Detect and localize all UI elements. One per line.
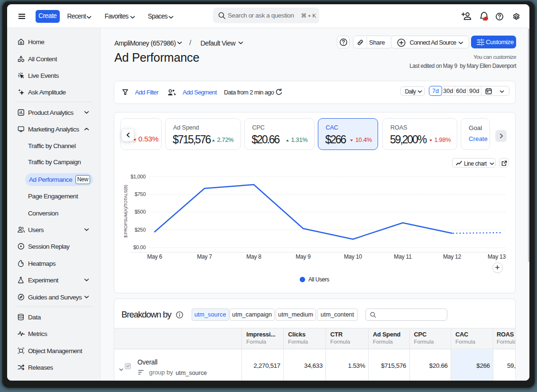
svg-text:$0.00: $0.00 bbox=[133, 244, 146, 250]
svg-text:$500: $500 bbox=[135, 209, 146, 215]
svg-text:$1,000: $1,000 bbox=[130, 173, 146, 179]
svg-text:May 10: May 10 bbox=[344, 253, 362, 260]
svg-text:$250: $250 bbox=[135, 226, 146, 232]
svg-text:All Users: All Users bbox=[308, 276, 329, 283]
svg-text:May 12: May 12 bbox=[443, 253, 462, 260]
svg-text:May 11: May 11 bbox=[394, 253, 412, 260]
svg-text:$750: $750 bbox=[135, 191, 146, 196]
svg-text:May 6: May 6 bbox=[147, 253, 162, 260]
svg-text:$:PROPSUM(A)/TOTALS(B): $:PROPSUM(A)/TOTALS(B) bbox=[123, 185, 128, 238]
svg-text:May 7: May 7 bbox=[197, 253, 212, 260]
svg-text:May 9: May 9 bbox=[296, 253, 311, 260]
svg-text:May 8: May 8 bbox=[246, 253, 261, 260]
svg-text:May 13: May 13 bbox=[488, 253, 506, 260]
